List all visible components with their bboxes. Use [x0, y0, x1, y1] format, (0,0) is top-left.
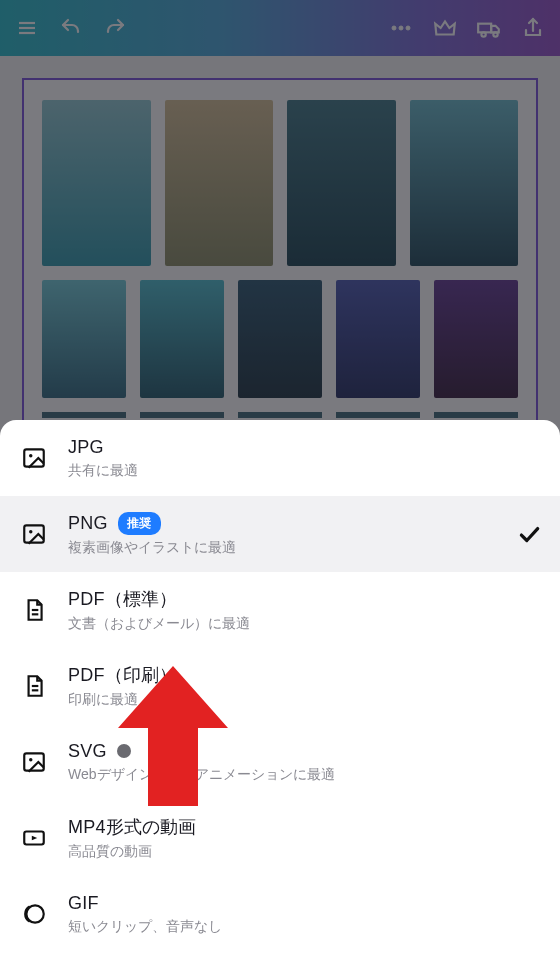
option-subtitle: 高品質の動画 — [68, 843, 542, 861]
option-subtitle: 印刷に最適 — [68, 691, 542, 709]
eclipse-icon — [18, 898, 50, 930]
option-texts: GIF短いクリップ、音声なし — [68, 893, 542, 936]
option-title: GIF — [68, 893, 99, 914]
option-subtitle: 共有に最適 — [68, 462, 542, 480]
option-subtitle: Webデザインおよびアニメーションに最適 — [68, 766, 542, 784]
option-title: PDF（標準） — [68, 587, 177, 611]
option-subtitle: 文書（およびメール）に最適 — [68, 615, 542, 633]
svg-rect-11 — [24, 525, 44, 542]
option-title: MP4形式の動画 — [68, 815, 197, 839]
option-subtitle: 短いクリップ、音声なし — [68, 918, 542, 936]
file-icon — [18, 594, 50, 626]
export-option-jpg[interactable]: JPG共有に最適 — [0, 420, 560, 496]
svg-point-18 — [29, 758, 32, 761]
option-texts: SVGWebデザインおよびアニメーションに最適 — [68, 741, 542, 784]
export-option-gif[interactable]: GIF短いクリップ、音声なし — [0, 876, 560, 952]
file-icon — [18, 670, 50, 702]
export-option-pdf-print[interactable]: PDF（印刷）印刷に最適 — [0, 648, 560, 724]
image-icon — [18, 746, 50, 778]
check-icon — [516, 521, 542, 547]
option-subtitle: 複素画像やイラストに最適 — [68, 539, 498, 557]
export-format-sheet: JPG共有に最適PNG推奨複素画像やイラストに最適PDF（標準）文書（およびメー… — [0, 420, 560, 965]
svg-point-10 — [29, 454, 32, 457]
option-texts: PNG推奨複素画像やイラストに最適 — [68, 512, 498, 557]
premium-dot-icon — [117, 744, 131, 758]
image-icon — [18, 442, 50, 474]
svg-point-12 — [29, 530, 32, 533]
export-option-svg[interactable]: SVGWebデザインおよびアニメーションに最適 — [0, 724, 560, 800]
option-title: JPG — [68, 437, 104, 458]
option-title: SVG — [68, 741, 107, 762]
export-option-mp4[interactable]: MP4形式の動画高品質の動画 — [0, 800, 560, 876]
image-icon — [18, 518, 50, 550]
option-title: PDF（印刷） — [68, 663, 177, 687]
option-texts: PDF（標準）文書（およびメール）に最適 — [68, 587, 542, 633]
option-texts: JPG共有に最適 — [68, 437, 542, 480]
option-texts: MP4形式の動画高品質の動画 — [68, 815, 542, 861]
export-option-png[interactable]: PNG推奨複素画像やイラストに最適 — [0, 496, 560, 572]
export-option-pdf-std[interactable]: PDF（標準）文書（およびメール）に最適 — [0, 572, 560, 648]
video-icon — [18, 822, 50, 854]
option-title: PNG — [68, 513, 108, 534]
svg-rect-9 — [24, 449, 44, 466]
option-texts: PDF（印刷）印刷に最適 — [68, 663, 542, 709]
recommended-badge: 推奨 — [118, 512, 161, 535]
svg-rect-17 — [24, 753, 44, 770]
